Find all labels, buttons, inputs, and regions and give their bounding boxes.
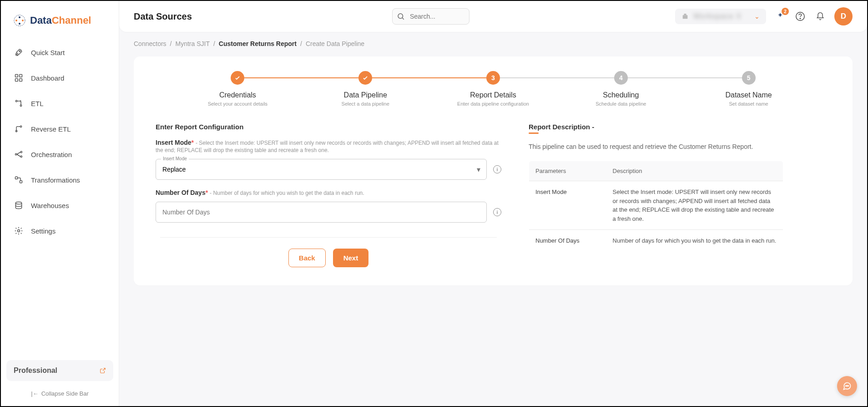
chevron-down-icon: ⌄ <box>754 13 760 20</box>
collapse-sidebar[interactable]: |← Collapse Side Bar <box>6 390 113 397</box>
bell-button[interactable] <box>814 10 826 22</box>
step-scheduling[interactable]: 4 Scheduling Schedule data pipeline <box>557 71 685 107</box>
database-icon <box>14 200 24 210</box>
search-wrap <box>392 8 469 25</box>
description-text: This pipeline can be used to request and… <box>529 142 783 152</box>
divider <box>160 237 497 238</box>
info-icon[interactable]: i <box>493 165 501 173</box>
svg-point-14 <box>15 153 17 155</box>
step-credentials[interactable]: Credentials Select your account details <box>174 71 302 107</box>
chat-bubble-button[interactable] <box>837 376 857 396</box>
svg-point-20 <box>18 230 20 232</box>
sidebar-item-label: Dashboard <box>31 74 64 82</box>
org-select[interactable]: Workspace X ⌄ <box>675 9 766 24</box>
sidebar-item-warehouses[interactable]: Warehouses <box>6 194 113 217</box>
svg-point-3 <box>22 20 24 21</box>
svg-point-2 <box>19 16 20 18</box>
logo-text-1: Data <box>30 15 52 26</box>
svg-rect-9 <box>20 79 22 81</box>
table-row: Number Of Days Number of days for which … <box>529 230 783 252</box>
org-name: Workspace X <box>693 12 750 20</box>
gear-icon <box>14 226 24 236</box>
main: Data Sources Workspace X ⌄ 2 <box>119 1 867 406</box>
form-column: Enter Report Configuration Insert Mode* … <box>156 123 501 267</box>
table-row: Insert Mode Select the Insert mode: UPSE… <box>529 181 783 230</box>
topbar: Data Sources Workspace X ⌄ 2 <box>119 1 867 32</box>
svg-point-27 <box>848 386 849 387</box>
sidebar-item-reverse-etl[interactable]: Reverse ETL <box>6 117 113 140</box>
external-link-icon <box>100 367 106 374</box>
grid-icon <box>14 73 24 83</box>
float-label: Insert Mode <box>161 156 189 161</box>
sidebar-item-dashboard[interactable]: Dashboard <box>6 66 113 89</box>
description-title: Report Description - <box>529 123 783 131</box>
svg-rect-22 <box>683 15 688 19</box>
svg-point-10 <box>15 100 17 102</box>
svg-rect-17 <box>15 177 18 179</box>
etl-icon <box>14 98 24 108</box>
logo[interactable]: DataChannel <box>6 10 113 36</box>
sidebar-item-etl[interactable]: ETL <box>6 92 113 115</box>
svg-point-15 <box>20 151 22 153</box>
table-header: Parameters <box>529 161 606 181</box>
step-dataset-name[interactable]: 5 Dataset Name Set dataset name <box>685 71 812 107</box>
check-icon <box>231 71 244 85</box>
table-header: Description <box>606 161 783 181</box>
content-card: Credentials Select your account details … <box>134 56 853 285</box>
top-right: Workspace X ⌄ 2 D <box>675 7 853 25</box>
sidebar-item-orchestration[interactable]: Orchestration <box>6 143 113 166</box>
search-icon <box>397 12 405 20</box>
next-button[interactable]: Next <box>333 249 369 267</box>
form-section-title: Enter Report Configuration <box>156 123 501 131</box>
field-number-of-days: Number Of Days* - Number of days for whi… <box>156 189 501 223</box>
reverse-etl-icon <box>14 124 24 134</box>
sidebar-item-label: Reverse ETL <box>31 125 71 133</box>
back-button[interactable]: Back <box>288 249 326 267</box>
notification-badge: 2 <box>782 8 789 15</box>
svg-rect-7 <box>20 75 22 77</box>
sidebar-item-label: Transformations <box>31 176 80 184</box>
nav: Quick Start Dashboard ETL Reverse ETL Or… <box>6 41 113 242</box>
svg-point-24 <box>800 18 800 19</box>
svg-point-26 <box>847 386 848 387</box>
plan-label: Professional <box>14 366 57 375</box>
step-data-pipeline[interactable]: Data Pipeline Select a data pipeline <box>302 71 429 107</box>
ai-sparkle-button[interactable]: 2 <box>774 10 786 22</box>
field-insert-mode: Insert Mode* - Select the Insert mode: U… <box>156 139 501 180</box>
svg-point-4 <box>19 23 20 25</box>
number-of-days-input[interactable] <box>156 202 487 223</box>
insert-mode-select[interactable] <box>156 159 487 180</box>
breadcrumb-item[interactable]: Myntra SJIT <box>175 40 209 47</box>
logo-icon <box>13 14 26 27</box>
sidebar-item-label: ETL <box>31 100 44 107</box>
breadcrumb-item[interactable]: Create Data Pipeline <box>306 40 364 47</box>
page-title: Data Sources <box>134 11 192 22</box>
sidebar-item-settings[interactable]: Settings <box>6 219 113 242</box>
transformations-icon <box>14 175 24 185</box>
info-icon[interactable]: i <box>493 208 501 216</box>
sidebar-item-label: Orchestration <box>31 151 72 158</box>
check-icon <box>358 71 372 85</box>
step-report-details[interactable]: 3 Report Details Enter data pipeline con… <box>429 71 557 107</box>
svg-point-5 <box>19 51 20 52</box>
description-column: Report Description - This pipeline can b… <box>529 123 783 267</box>
plan-box[interactable]: Professional <box>6 360 113 381</box>
stepper: Credentials Select your account details … <box>174 71 812 107</box>
svg-point-16 <box>20 156 22 157</box>
avatar[interactable]: D <box>834 7 853 25</box>
breadcrumb: Connectors/ Myntra SJIT/ Customer Return… <box>119 32 867 50</box>
collapse-icon: |← <box>31 390 38 397</box>
svg-rect-6 <box>15 75 18 77</box>
svg-point-1 <box>15 20 17 21</box>
breadcrumb-item-current: Customer Returns Report <box>219 40 297 47</box>
sidebar: DataChannel Quick Start Dashboard ETL Re… <box>1 1 119 406</box>
sidebar-item-transformations[interactable]: Transformations <box>6 168 113 191</box>
help-button[interactable] <box>794 10 806 22</box>
sidebar-item-label: Settings <box>31 227 56 235</box>
svg-point-25 <box>846 386 847 387</box>
org-icon <box>681 13 689 20</box>
breadcrumb-item[interactable]: Connectors <box>134 40 167 47</box>
parameters-table: Parameters Description Insert Mode Selec… <box>529 161 783 252</box>
sidebar-bottom: Professional |← Collapse Side Bar <box>6 360 113 397</box>
sidebar-item-quick-start[interactable]: Quick Start <box>6 41 113 64</box>
